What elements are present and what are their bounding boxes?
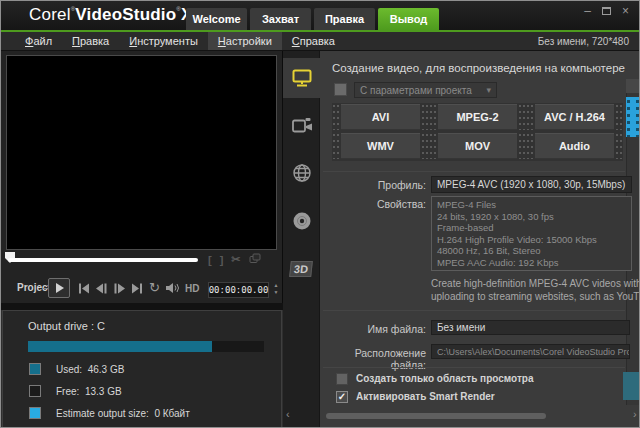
- estimate-label: Estimate output size: 0 Кбайт: [56, 408, 190, 419]
- menu-file-rest: айл: [33, 35, 52, 47]
- format-button-mov[interactable]: MOV: [438, 133, 517, 159]
- tab-edit[interactable]: Правка: [314, 8, 375, 30]
- horizontal-scrollbar-thumb[interactable]: [326, 413, 546, 419]
- location-field[interactable]: C:\Users\Alex\Documents\Corel VideoStudi…: [431, 344, 630, 359]
- play-button[interactable]: [48, 278, 70, 298]
- go-to-end-icon[interactable]: [131, 283, 144, 294]
- chevron-down-icon: ▾: [486, 85, 491, 95]
- next-frame-icon[interactable]: [113, 283, 126, 294]
- checkbox-smart-render[interactable]: ✓: [336, 391, 348, 403]
- sidebar-item-3d[interactable]: 3D: [283, 249, 320, 289]
- menu-tools-rest: нструменты: [137, 35, 198, 47]
- filename-label: Имя файла:: [323, 323, 426, 335]
- close-icon[interactable]: ×: [622, 6, 629, 16]
- menu-settings-rest: астройки: [226, 35, 272, 47]
- project-params-checkbox[interactable]: [334, 83, 347, 96]
- scrub-bar[interactable]: [8, 258, 198, 262]
- tab-share[interactable]: Вывод: [378, 8, 439, 30]
- project-params-dropdown[interactable]: С параметрами проекта ▾: [354, 82, 497, 98]
- format-grid: AVI MPEG-2 AVC / H.264 WMV MOV Audio: [332, 103, 623, 161]
- free-swatch: [29, 385, 41, 397]
- menu-help[interactable]: Справка: [282, 32, 345, 50]
- spinner-up-icon[interactable]: ▲: [272, 282, 280, 289]
- corel-logo: Corel®VideoStudio®X10: [29, 5, 212, 25]
- menu-edit[interactable]: Правка: [62, 32, 119, 50]
- profile-label: Профиль:: [323, 179, 426, 191]
- format-cell: AVI: [332, 103, 429, 132]
- profile-field[interactable]: MPEG-4 AVC (1920 x 1080, 30p, 15Mbps): [431, 176, 632, 193]
- description-line2: uploading to streaming websites, such as…: [431, 290, 640, 303]
- section-separator: [323, 310, 625, 311]
- maximize-icon[interactable]: [602, 7, 611, 15]
- film-scroll-thumb[interactable]: [626, 97, 640, 137]
- menu-help-rest: правка: [300, 35, 335, 47]
- mark-out-icon[interactable]: ]: [220, 254, 224, 266]
- format-button-avi[interactable]: AVI: [341, 104, 420, 130]
- menu-settings-key: Н: [218, 35, 226, 47]
- used-swatch: [29, 363, 41, 375]
- step-tabs: Welcome Захват Правка Вывод: [186, 8, 439, 30]
- vertical-scrollbar-top-button[interactable]: [626, 79, 640, 93]
- repeat-icon[interactable]: ↻: [149, 282, 160, 294]
- tab-capture[interactable]: Захват: [250, 8, 311, 30]
- disc-icon: [292, 211, 312, 231]
- menu-tools-key: И: [129, 35, 137, 47]
- titlebar: Corel®VideoStudio®X10 Welcome Захват Пра…: [1, 1, 639, 32]
- menu-tools[interactable]: Инструменты: [119, 32, 208, 50]
- properties-box[interactable]: MPEG-4 Files 24 bits, 1920 x 1080, 30 fp…: [431, 196, 632, 271]
- volume-icon[interactable]: [165, 282, 180, 294]
- menu-edit-key: П: [72, 35, 80, 47]
- sidebar-item-device[interactable]: [283, 106, 320, 146]
- sidebar-item-web[interactable]: [283, 153, 320, 193]
- mark-in-icon[interactable]: [: [208, 254, 212, 266]
- legend-used-row: Used: 46.3 GB: [29, 363, 124, 375]
- timecode-spinner[interactable]: ▲ ▼: [272, 282, 280, 298]
- play-icon: [55, 283, 64, 293]
- trim-toolbar: [ ] ✂: [208, 253, 261, 266]
- checkbox-preview-range-only[interactable]: [336, 373, 348, 385]
- used-value: 46.3 GB: [88, 364, 125, 375]
- project-params-value: С параметрами проекта: [360, 85, 472, 96]
- hd-toggle[interactable]: HD: [185, 283, 199, 294]
- description-line1: Create high-definition MPEG-4 AVC videos…: [431, 277, 640, 290]
- estimate-value: 0 Кбайт: [154, 408, 189, 419]
- monitor-icon: [292, 69, 312, 87]
- previous-frame-icon[interactable]: [95, 283, 108, 294]
- scroll-left-icon[interactable]: ‹: [286, 409, 290, 420]
- scroll-right-icon[interactable]: ›: [633, 409, 637, 420]
- format-button-mpeg2[interactable]: MPEG-2: [438, 104, 517, 130]
- sidebar-item-computer[interactable]: [283, 58, 320, 98]
- duplicate-icon[interactable]: [249, 253, 261, 266]
- menubar: Файл Правка Инструменты Настройки Справк…: [1, 32, 639, 51]
- legend-free-row: Free: 13.3 GB: [29, 385, 122, 397]
- tab-welcome[interactable]: Welcome: [186, 8, 247, 30]
- globe-icon: [292, 163, 312, 183]
- free-value: 13.3 GB: [85, 386, 122, 397]
- format-button-wmv[interactable]: WMV: [341, 133, 420, 159]
- menu-settings[interactable]: Настройки: [208, 32, 282, 50]
- free-label-text: Free:: [56, 386, 79, 397]
- preview-range-only-label: Создать только область просмотра: [356, 373, 534, 384]
- section-separator: [323, 171, 625, 172]
- timecode-display[interactable]: 00:00:00.00: [208, 282, 269, 298]
- spinner-down-icon[interactable]: ▼: [272, 289, 280, 296]
- format-button-avc-h264[interactable]: AVC / H.264: [535, 104, 614, 130]
- go-to-start-icon[interactable]: [77, 283, 90, 294]
- check-icon: ✓: [338, 391, 346, 402]
- format-button-audio[interactable]: Audio: [535, 133, 614, 159]
- estimate-label-text: Estimate output size:: [56, 408, 149, 419]
- smart-render-label: Активировать Smart Render: [356, 391, 495, 402]
- window-controls: – ×: [584, 6, 629, 16]
- project-info: Без имени, 720*480: [538, 36, 629, 47]
- filename-field[interactable]: Без имени: [431, 320, 630, 335]
- format-cell: AVC / H.264: [526, 103, 623, 132]
- start-button-partial[interactable]: [623, 372, 640, 400]
- minimize-icon[interactable]: –: [584, 6, 591, 16]
- scissors-icon[interactable]: ✂: [231, 253, 240, 266]
- sidebar-item-disc[interactable]: [283, 201, 320, 241]
- drive-usage-fill: [28, 341, 212, 352]
- properties-label: Свойства:: [323, 198, 426, 210]
- share-header: Создание видео, для воспроизведения на к…: [332, 62, 625, 74]
- estimate-swatch: [29, 407, 41, 419]
- menu-file[interactable]: Файл: [15, 32, 62, 50]
